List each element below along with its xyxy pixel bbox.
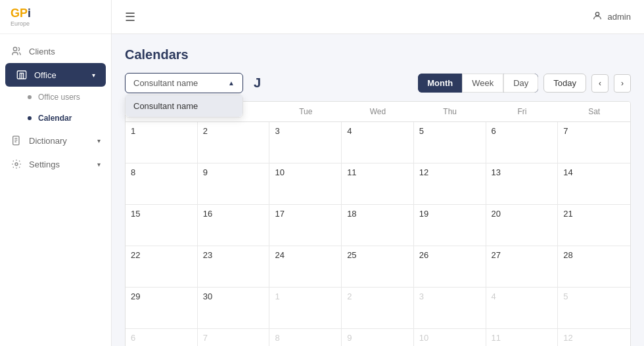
day-header-wed: Wed: [342, 102, 414, 121]
sidebar-item-label: Office: [34, 70, 57, 80]
calendar-cell[interactable]: 2: [342, 288, 414, 328]
calendar-cell[interactable]: 1: [269, 288, 342, 328]
calendar-cell[interactable]: 18: [342, 205, 414, 246]
prev-button[interactable]: ‹: [591, 74, 609, 93]
calendar-cell[interactable]: 8: [269, 329, 342, 346]
calendar-cell[interactable]: 25: [342, 246, 414, 287]
calendar-cell[interactable]: 24: [269, 246, 342, 287]
dropdown-trigger[interactable]: Consultant name ▲: [125, 73, 243, 93]
cell-number: 2: [347, 292, 352, 301]
dot-icon: [28, 95, 32, 99]
calendar-cell[interactable]: 16: [198, 205, 270, 246]
week-view-button[interactable]: Week: [462, 74, 503, 93]
main-area: ☰ admin Calendars Consultant name ▲ Cons…: [112, 0, 644, 346]
calendar-cell[interactable]: 19: [414, 205, 486, 246]
calendar-cell[interactable]: 20: [486, 205, 559, 246]
calendar-cell[interactable]: 12: [558, 329, 630, 346]
calendar-cell[interactable]: 6: [126, 329, 198, 346]
calendar-grid: Sun Mon Tue Wed Thu Fri Sat 123456789101…: [125, 101, 631, 346]
calendar-cell[interactable]: 4: [486, 288, 559, 328]
calendar-cell[interactable]: 14: [558, 163, 630, 204]
cell-number: 15: [131, 209, 140, 219]
calendar-cell[interactable]: 3: [269, 122, 342, 163]
calendar-cell[interactable]: 26: [414, 246, 486, 287]
calendar-cell[interactable]: 7: [558, 122, 630, 163]
calendar-cell[interactable]: 27: [486, 246, 559, 287]
cell-number: 5: [419, 126, 424, 136]
cell-number: 6: [131, 333, 135, 343]
calendar-cell[interactable]: 9: [198, 163, 270, 204]
office-icon: [16, 69, 28, 81]
calendar-cell[interactable]: 9: [342, 329, 414, 346]
calendar-cell[interactable]: 22: [126, 246, 198, 287]
calendar-cell[interactable]: 21: [558, 205, 630, 246]
dictionary-icon: [11, 135, 22, 146]
calendar-cell[interactable]: 8: [126, 163, 198, 204]
dropdown-option[interactable]: Consultant name: [126, 95, 242, 117]
calendar-cell[interactable]: 6: [486, 122, 559, 163]
cell-number: 3: [275, 126, 279, 136]
calendar-cell[interactable]: 11: [486, 329, 559, 346]
month-view-button[interactable]: Month: [418, 74, 462, 93]
sidebar-item-label: Office users: [38, 93, 80, 102]
calendar-cell[interactable]: 15: [126, 205, 198, 246]
calendar-cell[interactable]: 7: [198, 329, 270, 346]
sidebar-item-calendar[interactable]: Calendar: [0, 108, 111, 129]
cell-number: 8: [131, 167, 135, 177]
calendar-cell[interactable]: 13: [486, 163, 559, 204]
cell-number: 20: [492, 209, 501, 219]
next-button[interactable]: ›: [614, 74, 631, 93]
logo-sub: Europe: [11, 20, 30, 27]
cell-number: 27: [492, 250, 501, 260]
calendar-nav-controls: Month Week Day Today ‹ ›: [418, 74, 631, 93]
cell-number: 1: [131, 126, 135, 136]
calendar-cell[interactable]: 17: [269, 205, 342, 246]
sidebar-item-office[interactable]: Office ▾: [5, 63, 106, 87]
sidebar-item-settings[interactable]: Settings ▾: [0, 152, 111, 176]
calendar-cell[interactable]: 12: [414, 163, 486, 204]
day-view-button[interactable]: Day: [503, 74, 538, 93]
content-area: Calendars Consultant name ▲ Consultant n…: [112, 34, 644, 346]
calendar-cell[interactable]: 10: [414, 329, 486, 346]
sidebar: GPi Europe Clients Office ▾ Office users: [0, 0, 112, 346]
day-header-fri: Fri: [486, 102, 559, 121]
cell-number: 10: [419, 333, 428, 343]
calendar-row: 891011121314: [126, 163, 630, 205]
dropdown-menu: Consultant name: [125, 95, 243, 118]
calendar-cell[interactable]: 1: [126, 122, 198, 163]
cell-number: 17: [275, 209, 284, 219]
sidebar-item-dictionary[interactable]: Dictionary ▾: [0, 129, 111, 152]
calendar-cell[interactable]: 5: [558, 288, 630, 328]
cell-number: 5: [563, 292, 568, 301]
dot-icon: [28, 116, 32, 120]
cell-number: 11: [347, 167, 356, 177]
calendar-cell[interactable]: 30: [198, 288, 270, 328]
calendar-cell[interactable]: 28: [558, 246, 630, 287]
consultant-dropdown[interactable]: Consultant name ▲ Consultant name: [125, 73, 243, 93]
cell-number: 9: [203, 167, 208, 177]
sidebar-item-label: Clients: [29, 47, 55, 56]
cell-number: 16: [203, 209, 212, 219]
calendar-cell[interactable]: 10: [269, 163, 342, 204]
calendar-cell[interactable]: 11: [342, 163, 414, 204]
sidebar-item-label: Settings: [29, 160, 60, 169]
calendar-cell[interactable]: 2: [198, 122, 270, 163]
cell-number: 11: [492, 333, 501, 343]
menu-toggle-button[interactable]: ☰: [125, 10, 135, 24]
today-button[interactable]: Today: [543, 74, 586, 93]
calendar-cell[interactable]: 5: [414, 122, 486, 163]
clients-icon: [11, 45, 22, 57]
sidebar-item-office-users[interactable]: Office users: [0, 87, 111, 108]
calendar-cell[interactable]: 23: [198, 246, 270, 287]
cell-number: 2: [203, 126, 208, 136]
cell-number: 7: [563, 126, 568, 136]
user-icon: [592, 11, 603, 24]
cell-number: 28: [563, 250, 572, 260]
cell-number: 26: [419, 250, 428, 260]
calendar-cell[interactable]: 4: [342, 122, 414, 163]
calendar-cell[interactable]: 29: [126, 288, 198, 328]
calendar-row: 22232425262728: [126, 246, 630, 288]
calendar-cell[interactable]: 3: [414, 288, 486, 328]
admin-label: admin: [608, 12, 631, 22]
sidebar-item-clients[interactable]: Clients: [0, 39, 111, 63]
